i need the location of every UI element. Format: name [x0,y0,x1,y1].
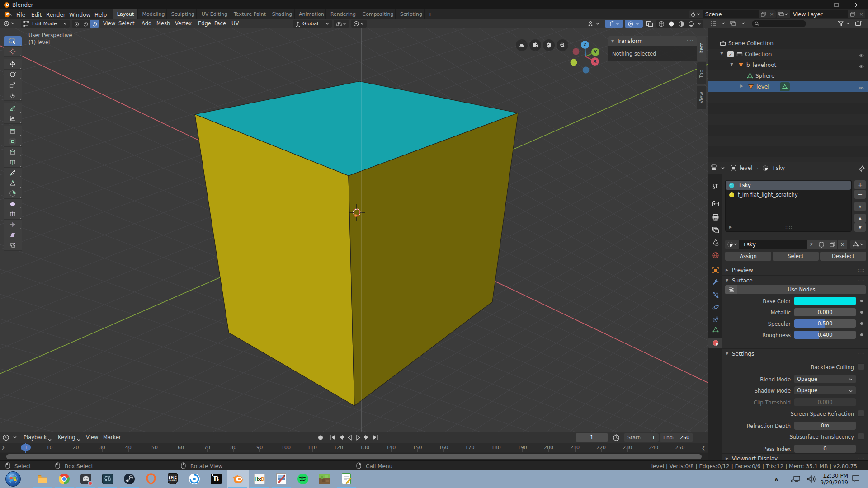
viewport-menu-face[interactable]: Face [214,21,226,27]
material-name-field[interactable]: +sky [739,240,807,249]
disclosure-open[interactable]: ▼ [730,62,736,68]
tool-smooth[interactable] [4,199,22,209]
tool-measure[interactable] [4,113,22,124]
tool-edge-slide[interactable] [4,209,22,220]
nav-perspective-button[interactable] [516,39,528,51]
slot-move-up-button[interactable]: ▲ [854,214,866,223]
taskbar-app-spotify[interactable] [292,470,314,488]
menu-file[interactable]: File [16,12,25,18]
taskbar-app-chrome[interactable] [53,470,75,488]
transform-panel-header[interactable]: ▼Transform:::: [608,36,697,46]
unlink-material-button[interactable]: × [838,240,847,249]
tool-annotate[interactable] [4,103,22,113]
slot-move-down-button[interactable]: ▼ [854,223,866,232]
animate-dot[interactable] [860,333,863,336]
outliner-display-mode-dropdown[interactable] [710,20,728,27]
taskbar-app-explorer[interactable] [32,470,53,488]
collection-checkbox[interactable]: ✓ [727,51,734,57]
slot-list-expand[interactable]: ▶ [729,225,732,229]
menu-render[interactable]: Render [46,12,66,18]
taskbar-app-ubisoft[interactable] [184,470,205,488]
tab-scene[interactable] [708,237,722,248]
menu-help[interactable]: Help [94,12,107,18]
tab-view-layer[interactable] [708,225,722,235]
overlays-dropdown[interactable] [625,20,643,28]
material-slot-1[interactable]: +sky [726,181,851,190]
tool-spin[interactable] [4,188,22,199]
tab-texture-paint[interactable]: Texture Paint [233,9,267,19]
tab-layout[interactable]: Layout [113,9,138,19]
viewport-menu-vertex[interactable]: Vertex [175,21,192,27]
taskbar-app-battle-net[interactable]: B [205,470,227,488]
tab-rendering[interactable]: Rendering [329,9,358,19]
timeline-ruler[interactable]: 1020304050607080901001101201301401501601… [0,443,708,452]
outliner-filter-dropdown[interactable] [838,20,853,27]
timeline-menu-playback[interactable]: Playback [24,435,47,441]
taskbar-app-blender[interactable] [227,470,249,488]
disclosure-closed[interactable]: ▶ [740,84,745,90]
tool-extrude[interactable] [4,126,22,136]
taskbar-app-teamspeak[interactable] [97,470,118,488]
view-layer-selector-copy-button[interactable] [848,10,857,18]
taskbar-app-steam[interactable] [118,470,140,488]
tab-output[interactable] [708,212,722,223]
timeline-editor-type-button[interactable] [3,434,20,441]
taskbar-app-discord[interactable] [75,470,97,488]
shading-solid-button[interactable] [666,20,676,28]
scene-selector-unlink-button[interactable]: × [768,10,776,18]
tab-sculpting[interactable]: Sculpting [170,9,197,19]
tool-move[interactable] [4,59,22,70]
tab-animation[interactable]: Animation [297,9,326,19]
outliner-row-b_levelroot[interactable]: ▼b_levelroot [708,60,868,70]
play-reverse-button[interactable] [346,434,354,441]
timeline-menu-marker[interactable]: Marker [103,435,121,441]
taskbar-app-minecraft[interactable] [314,470,335,488]
tool-scale[interactable] [4,80,22,90]
timeline-collapse-arrow[interactable]: ❮ [702,446,705,450]
viewport-menu-uv[interactable]: UV [231,21,239,27]
tab-uv-editing[interactable]: UV Editing [199,9,230,19]
jump-to-start-button[interactable] [329,434,336,441]
tab-scripting[interactable]: Scripting [398,9,425,19]
tool-poly-build[interactable] [4,178,22,188]
outliner-row-collection[interactable]: ▼✓Collection [708,49,868,60]
tool-select-box[interactable] [4,36,22,47]
shadow-mode-dropdown[interactable]: Opaque [794,386,856,394]
ruler-expand-arrow[interactable]: ❯ [1,446,5,450]
start-frame-field[interactable]: Start:1 [624,433,659,442]
menu-edit[interactable]: Edit [31,12,42,18]
start-button[interactable] [5,471,21,487]
play-button[interactable] [355,434,362,441]
taskbar-app-epic-games[interactable]: EPICGAMES [162,470,184,488]
fake-user-button[interactable] [816,240,827,249]
tool-cursor[interactable] [4,47,22,57]
timeline-menu-view[interactable]: View [86,435,98,441]
show-desktop-button[interactable] [865,470,868,488]
edge-select-button[interactable] [81,20,90,28]
tab-shading[interactable]: Shading [270,9,295,19]
refraction-depth-field[interactable]: 0m [794,422,856,430]
outliner-row-sphere[interactable]: Sphere [708,70,868,81]
tab-compositing[interactable]: Compositing [361,9,396,19]
scene-selector-icon-button[interactable] [689,10,703,18]
view-layer-selector-unlink-button[interactable]: × [857,10,865,18]
select-button[interactable]: Select [773,252,819,261]
outliner-row-scene-collection[interactable]: Scene Collection [708,38,868,49]
animate-dot[interactable] [860,322,863,325]
material-id-dropdown[interactable] [725,240,739,249]
window-maximize-button[interactable] [826,0,847,9]
vertex-select-button[interactable] [72,20,81,28]
menu-window[interactable]: Window [69,12,90,18]
animate-dot[interactable] [860,300,863,302]
slot-remove-button[interactable]: − [854,190,866,199]
end-frame-field[interactable]: End:250 [660,433,693,442]
current-frame-field[interactable]: 1 [576,433,608,442]
viewport-menu-add[interactable]: Add [142,21,151,27]
tab-modifiers[interactable] [708,277,722,287]
eye-icon[interactable] [859,52,864,57]
panel-section-viewport-display[interactable]: ▶Viewport Display:::: [722,453,868,460]
tool-inset[interactable] [4,136,22,147]
tab-material[interactable] [708,338,722,348]
viewport-menu-select[interactable]: Select [118,21,134,27]
slot-specials-button[interactable]: ∨ [854,202,866,211]
